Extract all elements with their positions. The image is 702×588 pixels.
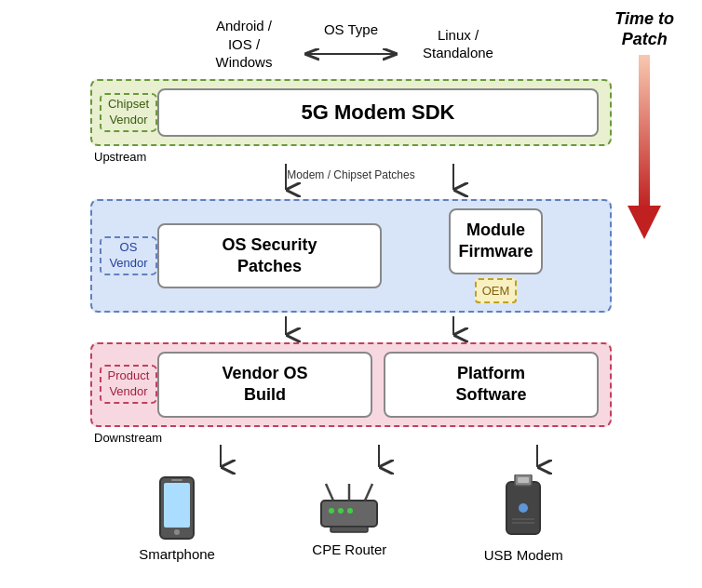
os-left-label: Android /IOS /Windows [202, 17, 286, 72]
oem-wrapper: Module Firmware OEM [393, 208, 599, 303]
os-type-label: OS Type [324, 21, 378, 37]
os-right-label: Linux /Standalone [416, 26, 500, 62]
devices-row: Smartphone CPE Route [90, 474, 612, 563]
svg-point-21 [347, 508, 353, 514]
smartphone-label: Smartphone [139, 546, 215, 562]
module-firmware-box: Module Firmware [449, 208, 542, 274]
os-section: OS Vendor OS Security Patches Module Fir… [90, 199, 612, 313]
device-arrows [90, 445, 612, 474]
chipset-inner: 5G Modem SDK [157, 88, 599, 138]
svg-text:Modem / Chipset Patches: Modem / Chipset Patches [287, 168, 414, 181]
svg-line-18 [365, 484, 372, 501]
svg-rect-14 [171, 479, 182, 481]
product-section: Product Vendor Vendor OS Build Platform … [90, 342, 612, 427]
chipset-vendor-label: Chipset Vendor [100, 93, 157, 132]
smartphone-device: Smartphone [139, 475, 215, 562]
os-type-center: OS Type [295, 21, 407, 67]
svg-rect-15 [321, 501, 377, 527]
sdk-box: 5G Modem SDK [157, 88, 599, 138]
svg-line-16 [326, 484, 333, 501]
os-type-row: Android /IOS /Windows OS Type Linux /Sta… [19, 17, 683, 72]
double-arrow-icon [295, 41, 407, 67]
mid-arrows-area [90, 316, 612, 342]
chipset-section: Chipset Vendor 5G Modem SDK [90, 79, 612, 147]
svg-rect-12 [164, 483, 190, 528]
smartphone-icon [156, 475, 197, 541]
svg-point-26 [519, 503, 528, 513]
mid-arrows [90, 316, 612, 342]
svg-point-13 [174, 529, 180, 535]
diagram-wrapper: Chipset Vendor 5G Modem SDK Upstream [44, 79, 658, 563]
oem-label: OEM [475, 278, 518, 303]
usb-modem-icon [499, 474, 547, 541]
cpe-router-label: CPE Router [312, 541, 386, 557]
cpe-router-device: CPE Router [312, 480, 386, 557]
platform-software-box: Platform Software [384, 352, 599, 418]
vendor-os-build-box: Vendor OS Build [157, 352, 372, 418]
upstream-label: Upstream [90, 150, 146, 164]
svg-point-19 [329, 508, 334, 514]
modem-patches-area: Modem / Chipset Patches [90, 164, 612, 197]
os-inner: OS Security Patches Module Firmware OEM [157, 208, 599, 303]
usb-modem-device: USB Modem [484, 474, 563, 563]
svg-rect-22 [331, 527, 368, 532]
os-vendor-label: OS Vendor [100, 236, 157, 275]
svg-point-20 [338, 508, 344, 514]
cpe-router-icon [317, 480, 382, 536]
product-vendor-label: Product Vendor [100, 365, 157, 404]
usb-modem-label: USB Modem [484, 547, 563, 563]
product-inner: Vendor OS Build Platform Software [157, 352, 599, 418]
downstream-label: Downstream [90, 431, 612, 445]
os-security-patches-box: OS Security Patches [157, 223, 382, 289]
device-arrows-svg [90, 445, 612, 474]
svg-rect-25 [518, 477, 529, 483]
upstream-area: Upstream Modem / Chipset Patches [90, 150, 612, 197]
modem-patches-arrows: Modem / Chipset Patches [90, 164, 612, 197]
